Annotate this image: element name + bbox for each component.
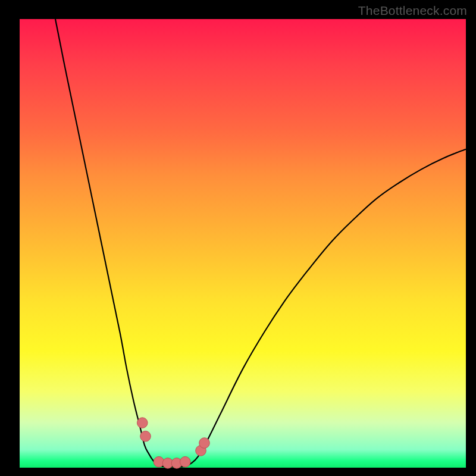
chart-frame: TheBottleneck.com (0, 0, 476, 476)
bottleneck-curve (55, 19, 466, 467)
data-marker (180, 456, 190, 467)
data-marker (140, 431, 151, 441)
attribution-text: TheBottleneck.com (358, 4, 467, 18)
data-marker (137, 418, 148, 428)
curve-layer (20, 19, 466, 468)
marker-group (137, 418, 209, 468)
data-marker (199, 438, 210, 449)
